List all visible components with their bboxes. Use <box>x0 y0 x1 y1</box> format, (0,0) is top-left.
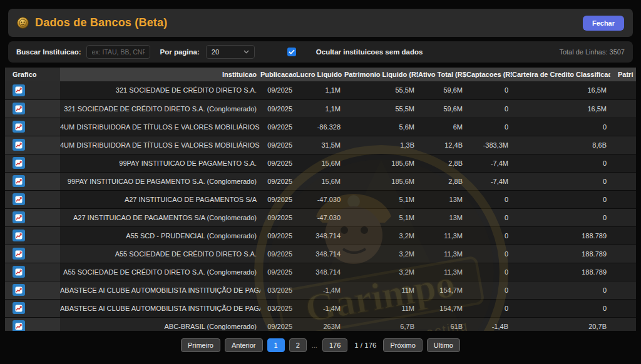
column-header-8: Carteira de Credito Classificada (R$) <box>512 68 610 81</box>
chart-cell <box>5 299 60 317</box>
net-worth-cell: 185,6M <box>344 172 418 190</box>
pagination-next[interactable]: Próximo <box>383 338 422 352</box>
institution-cell: 321 SOCIEDADE DE CRÉDITO DIRETO S.A. <box>60 81 260 99</box>
open-chart-button[interactable] <box>13 248 25 260</box>
open-chart-button[interactable] <box>13 211 25 223</box>
line-chart-icon <box>15 105 23 113</box>
chart-cell <box>5 136 60 154</box>
search-input[interactable] <box>86 45 150 59</box>
net-worth-cell: 5,6M <box>344 118 418 136</box>
line-chart-icon <box>15 123 23 131</box>
open-chart-button[interactable] <box>13 121 25 133</box>
table-header-row: GraficoInstituicaoPublicacaoLucro Liquid… <box>5 68 636 81</box>
credit-portfolio-cell: 0 <box>512 154 610 172</box>
publication-cell: 09/2025 <box>260 263 296 281</box>
per-page-selected-value: 20 <box>212 48 219 56</box>
total-assets-cell: 13M <box>418 208 466 226</box>
net-worth-cell: 11M <box>344 281 418 299</box>
publication-cell: 09/2025 <box>260 81 296 99</box>
funding-cell: 0 <box>466 226 512 245</box>
total-assets-cell: 6M <box>418 118 466 136</box>
institution-cell: A27 INSTITUICAO DE PAGAMENTOS S/A <box>60 190 260 208</box>
chart-cell <box>5 190 60 208</box>
funding-cell: -383,3M <box>466 136 512 154</box>
net-profit-cell: -86.328 <box>296 118 344 136</box>
line-chart-icon <box>15 305 23 312</box>
pagination-page-1[interactable]: 1 <box>267 338 285 352</box>
pagination-page-176[interactable]: 176 <box>322 338 347 352</box>
net-profit-cell: 348.714 <box>296 245 344 263</box>
line-chart-icon <box>15 323 23 330</box>
chart-cell <box>5 154 60 172</box>
credit-portfolio-cell: 0 <box>512 281 610 299</box>
pagination-page-indicator: 1 / 176 <box>352 341 379 349</box>
credit-portfolio-cell: 188.789 <box>512 263 610 281</box>
reference-equity-cell <box>610 226 636 245</box>
table-row: 99PAY INSTITUICAO DE PAGAMENTO S.A. (Con… <box>5 172 636 190</box>
open-chart-button[interactable] <box>13 175 25 187</box>
pagination-previous[interactable]: Anterior <box>225 338 263 352</box>
open-chart-button[interactable] <box>13 230 25 241</box>
net-profit-cell: -47.030 <box>296 208 344 226</box>
chart-cell <box>5 245 60 263</box>
pagination-last[interactable]: Ultimo <box>427 338 460 352</box>
open-chart-button[interactable] <box>13 103 25 114</box>
pagination-first[interactable]: Primeiro <box>181 338 220 352</box>
open-chart-button[interactable] <box>13 266 25 278</box>
open-chart-button[interactable] <box>13 302 25 314</box>
credit-portfolio-cell: 8,6B <box>512 136 610 154</box>
app-window: Dados de Bancos (Beta) Fechar Buscar Ins… <box>0 0 641 364</box>
publication-cell: 09/2025 <box>260 154 296 172</box>
open-chart-button[interactable] <box>13 84 25 96</box>
net-profit-cell: 348.714 <box>296 263 344 281</box>
pagination-page-2[interactable]: 2 <box>289 338 307 352</box>
institution-cell: ABC-BRASIL (Conglomerado) <box>60 317 260 331</box>
column-header-6: Ativo Total (R$) <box>418 68 466 81</box>
line-chart-icon <box>15 159 23 167</box>
total-assets-cell: 61B <box>418 317 466 331</box>
total-assets-cell: 2,8B <box>418 172 466 190</box>
chart-cell <box>5 263 60 281</box>
open-chart-button[interactable] <box>13 193 25 205</box>
per-page-select[interactable]: 20 <box>206 45 255 59</box>
publication-cell: 09/2025 <box>260 245 296 263</box>
chart-cell <box>5 281 60 299</box>
net-worth-cell: 3,2M <box>344 226 418 245</box>
publication-cell: 09/2025 <box>260 190 296 208</box>
institution-cell: ABASTECE AI CLUBE AUTOMOBILISTA INSTITUI… <box>60 299 260 317</box>
total-assets-cell: 11,3M <box>418 263 466 281</box>
line-chart-icon <box>15 86 23 94</box>
institution-cell: 4UM DISTRIBUIDORA DE TÍTULOS E VALORES M… <box>60 136 260 154</box>
net-worth-cell: 185,6M <box>344 154 418 172</box>
funding-cell: 0 <box>466 81 512 99</box>
funding-cell: 0 <box>466 99 512 118</box>
net-profit-cell: 31,5M <box>296 136 344 154</box>
net-worth-cell: 11M <box>344 299 418 317</box>
open-chart-button[interactable] <box>13 284 25 296</box>
total-assets-cell: 11,3M <box>418 226 466 245</box>
reference-equity-cell <box>610 299 636 317</box>
credit-portfolio-cell: 0 <box>512 118 610 136</box>
institution-cell: 99PAY INSTITUICAO DE PAGAMENTO S.A. (Con… <box>60 172 260 190</box>
chart-cell <box>5 118 60 136</box>
institution-cell: 4UM DISTRIBUIDORA DE TÍTULOS E VALORES M… <box>60 118 260 136</box>
table-row: A27 INSTITUICAO DE PAGAMENTOS S/A09/2025… <box>5 190 636 208</box>
total-assets-cell: 59,6M <box>418 99 466 118</box>
open-chart-button[interactable] <box>13 157 25 169</box>
open-chart-button[interactable] <box>13 139 25 151</box>
publication-cell: 03/2025 <box>260 281 296 299</box>
total-assets-cell: 11,3M <box>418 245 466 263</box>
column-header-2: Instituicao <box>60 68 260 81</box>
credit-portfolio-cell: 188.789 <box>512 226 610 245</box>
per-page-label: Por pagina: <box>160 48 200 56</box>
close-button[interactable]: Fechar <box>583 16 624 31</box>
hide-empty-checkbox[interactable] <box>287 48 296 56</box>
open-chart-button[interactable] <box>13 320 25 331</box>
net-worth-cell: 1,3B <box>344 136 418 154</box>
filter-bar: Buscar Instituicao: Por pagina: 20 Ocult… <box>8 41 633 63</box>
pagination-ellipsis: ... <box>311 341 318 349</box>
table-row: A55 SOCIEDADE DE CRÉDITO DIRETO S.A. (Co… <box>5 263 636 281</box>
funding-cell: 0 <box>466 245 512 263</box>
net-worth-cell: 6,7B <box>344 317 418 331</box>
funding-cell: 0 <box>466 281 512 299</box>
